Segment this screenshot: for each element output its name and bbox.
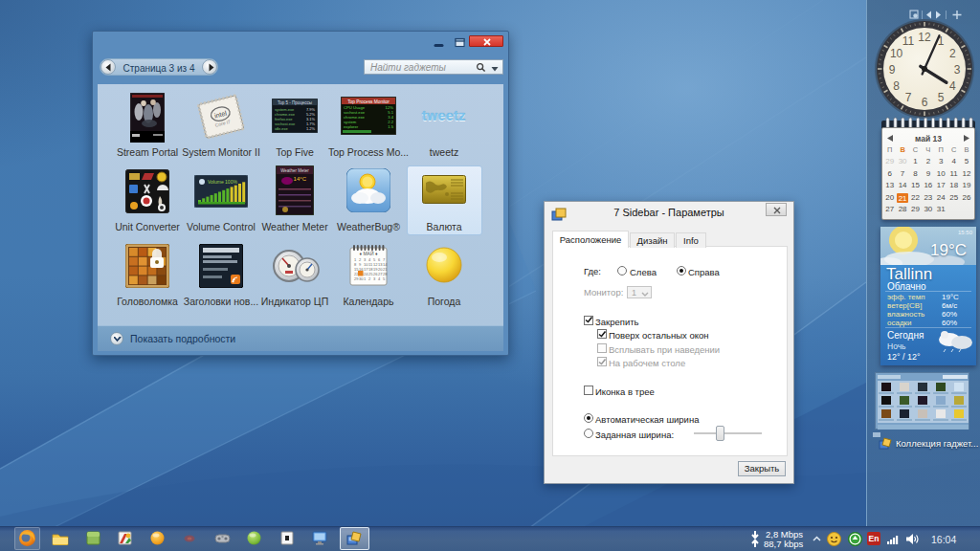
svg-text:7: 7 (905, 91, 912, 104)
svg-text:3: 3 (954, 63, 961, 77)
svg-text:14°C: 14°C (294, 176, 307, 182)
svg-text:12: 12 (918, 31, 931, 44)
svg-text:Weather Meter: Weather Meter (280, 168, 309, 173)
svg-text:11: 11 (902, 34, 915, 48)
svg-text:♦ МАЙ ♦: ♦ МАЙ ♦ (360, 250, 378, 256)
svg-text:Top 5 - Процессы: Top 5 - Процессы (278, 100, 312, 105)
svg-text:1.2%: 1.2% (306, 126, 316, 131)
svg-text:8: 8 (893, 79, 900, 93)
svg-text:explorer: explorer (344, 124, 359, 129)
svg-text:10: 10 (890, 47, 903, 60)
svg-text:9: 9 (889, 63, 896, 77)
svg-text:Volume 100%: Volume 100% (208, 179, 237, 185)
svg-text:2: 2 (949, 47, 956, 60)
svg-text:6: 6 (922, 96, 928, 109)
svg-text:5: 5 (938, 91, 945, 104)
svg-text:4: 4 (949, 79, 956, 93)
svg-text:1.5: 1.5 (388, 124, 393, 129)
svg-text:idle.exe: idle.exe (275, 126, 289, 131)
svg-text:Top Process Monitor: Top Process Monitor (347, 99, 390, 104)
